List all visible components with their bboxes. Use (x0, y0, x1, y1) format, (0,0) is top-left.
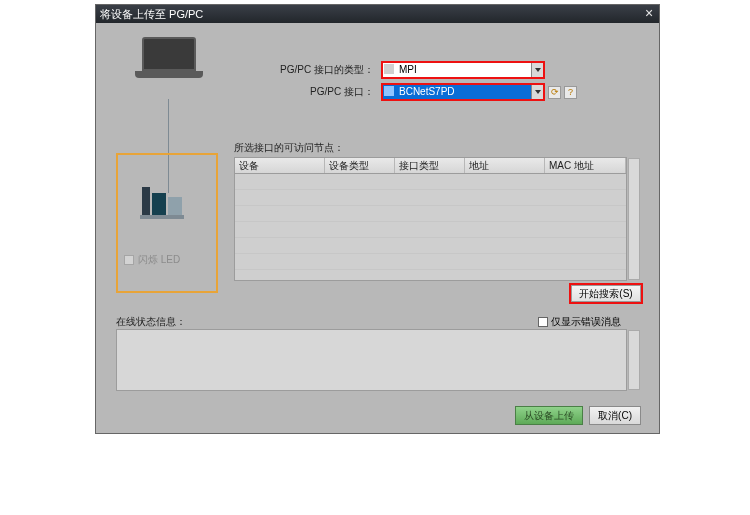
label-interface-type: PG/PC 接口的类型： (242, 63, 382, 77)
cancel-button[interactable]: 取消(C) (589, 406, 641, 425)
start-search-button[interactable]: 开始搜索(S) (571, 285, 641, 302)
iface-icon (384, 86, 394, 96)
upload-dialog: 将设备上传至 PG/PC × PG/PC 接口的类型： MPI (95, 4, 660, 434)
accessible-nodes-table: 设备 设备类型 接口类型 地址 MAC 地址 (234, 157, 627, 281)
chevron-down-icon[interactable] (531, 63, 543, 77)
upload-from-device-button[interactable]: 从设备上传 (515, 406, 583, 425)
type-icon (384, 64, 394, 74)
col-interface-type[interactable]: 接口类型 (395, 158, 465, 173)
col-address[interactable]: 地址 (465, 158, 545, 173)
interface-type-select[interactable]: MPI (382, 62, 542, 78)
settings-icon[interactable]: ? (564, 86, 577, 99)
table-body[interactable] (235, 174, 626, 280)
errors-only-checkbox[interactable]: 仅显示错误消息 (538, 315, 621, 329)
dialog-body: PG/PC 接口的类型： MPI PG/PC 接口： (96, 23, 659, 433)
interface-select[interactable]: BCNetS7PD (382, 84, 542, 100)
checkbox-icon (124, 255, 134, 265)
chevron-down-icon[interactable] (531, 85, 543, 99)
close-icon[interactable]: × (639, 5, 659, 23)
table-title: 所选接口的可访问节点： (234, 141, 344, 155)
interface-type-value: MPI (399, 63, 417, 77)
status-label: 在线状态信息： (116, 315, 186, 329)
titlebar[interactable]: 将设备上传至 PG/PC × (96, 5, 659, 23)
flash-led-checkbox[interactable]: 闪烁 LED (124, 253, 180, 267)
checkbox-icon (538, 317, 548, 327)
window-title: 将设备上传至 PG/PC (100, 7, 203, 22)
errors-only-label: 仅显示错误消息 (551, 315, 621, 329)
col-device-type[interactable]: 设备类型 (325, 158, 395, 173)
device-icon (142, 187, 182, 215)
laptop-icon (142, 37, 203, 78)
interface-value: BCNetS7PD (399, 85, 455, 99)
status-messages[interactable] (116, 329, 627, 391)
device-preview-box: 闪烁 LED (116, 153, 218, 293)
table-header: 设备 设备类型 接口类型 地址 MAC 地址 (235, 158, 626, 174)
label-interface: PG/PC 接口： (242, 85, 382, 99)
refresh-icon[interactable]: ⟳ (548, 86, 561, 99)
scrollbar[interactable] (628, 158, 640, 280)
col-device[interactable]: 设备 (235, 158, 325, 173)
flash-led-label: 闪烁 LED (138, 253, 180, 267)
col-mac[interactable]: MAC 地址 (545, 158, 626, 173)
scrollbar[interactable] (628, 330, 640, 390)
